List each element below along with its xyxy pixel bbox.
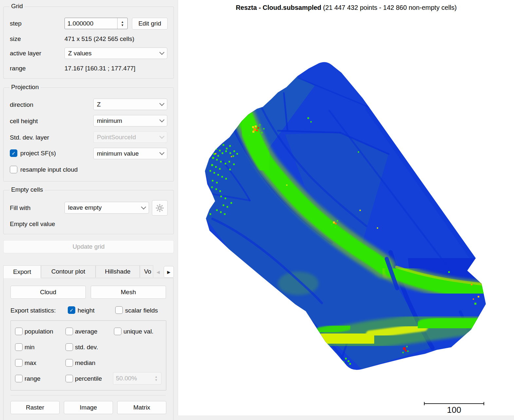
range-value: 17.167 [160.31 ; 177.477] [64, 65, 136, 72]
spin-down-icon[interactable]: ▼ [121, 24, 124, 27]
size-value: 471 x 515 (242 565 cells) [64, 35, 134, 43]
step-value: 1.000000 [65, 20, 93, 27]
tab-pane-border [3, 278, 174, 420]
project-sf-checkbox[interactable]: ✓ [10, 149, 17, 157]
chevron-down-icon [159, 101, 165, 106]
tab-scroll-left-button[interactable]: ◀ [153, 266, 163, 278]
spin-up-icon[interactable]: ▲ [121, 20, 124, 24]
empty-cells-group-title: Empty cells [9, 186, 45, 193]
resample-label: resample input cloud [20, 166, 78, 173]
fill-with-label: Fill with [10, 204, 30, 212]
direction-label: direction [10, 101, 33, 108]
scale-bar-label: 100 [447, 405, 461, 415]
std-dev-layer-select: PointSourceId [93, 131, 167, 143]
tab-hillshade[interactable]: Hillshade [96, 265, 140, 277]
active-layer-value: Z values [68, 50, 92, 57]
raster-preview-svg: 100 [178, 0, 514, 415]
project-sf-label: project SF(s) [20, 150, 56, 157]
project-sf-select[interactable]: minimum value [93, 148, 167, 159]
cell-height-value: minimum [97, 117, 122, 124]
grid-group-title: Grid [9, 3, 25, 10]
update-grid-button[interactable]: Update grid [3, 240, 174, 253]
empty-cell-value-label: Empty cell value [10, 220, 55, 228]
chevron-down-icon [159, 50, 165, 55]
size-label: size [10, 35, 21, 43]
fill-with-value: leave empty [68, 204, 101, 211]
tab-contour-plot[interactable]: Contour plot [41, 265, 96, 277]
direction-value: Z [97, 101, 101, 108]
chevron-down-icon [141, 204, 146, 209]
edit-grid-button[interactable]: Edit grid [132, 18, 168, 29]
tab-volume-clipped[interactable]: Vo [140, 265, 153, 277]
resample-checkbox[interactable] [10, 166, 17, 173]
cell-height-select[interactable]: minimum [93, 115, 167, 126]
tab-export[interactable]: Export [3, 265, 41, 278]
gear-icon [156, 204, 164, 212]
chevron-down-icon [159, 150, 165, 155]
empty-cells-settings-button[interactable] [152, 200, 168, 216]
step-spin-buttons[interactable]: ▲▼ [117, 18, 127, 29]
tab-scroll-right-button[interactable]: ▶ [164, 266, 174, 278]
check-icon: ✓ [11, 151, 16, 156]
step-spinbox[interactable]: 1.000000 ▲▼ [64, 18, 128, 29]
cell-height-label: cell height [10, 118, 38, 125]
std-dev-layer-value: PointSourceId [97, 134, 136, 141]
projection-group-title: Projection [9, 84, 41, 91]
direction-select[interactable]: Z [93, 99, 167, 110]
point-cloud-raster [178, 0, 514, 415]
fill-with-select[interactable]: leave empty [64, 202, 149, 214]
range-label: range [10, 65, 26, 72]
rasterize-tool-window: { "panel": { "grid": { "title": "Grid", … [0, 0, 514, 420]
project-sf-value: minimum value [97, 150, 139, 157]
raster-preview-pane[interactable]: Reszta - Cloud.subsampled (21 447 432 po… [178, 0, 514, 415]
arrow-right-icon: ▶ [167, 270, 171, 275]
active-layer-select[interactable]: Z values [64, 48, 167, 59]
active-layer-label: active layer [10, 50, 41, 57]
std-dev-layer-label: Std. dev. layer [10, 134, 49, 141]
arrow-left-icon: ◀ [156, 270, 160, 275]
chevron-down-icon [159, 134, 165, 139]
step-label: step [10, 20, 22, 27]
chevron-down-icon [159, 117, 165, 123]
